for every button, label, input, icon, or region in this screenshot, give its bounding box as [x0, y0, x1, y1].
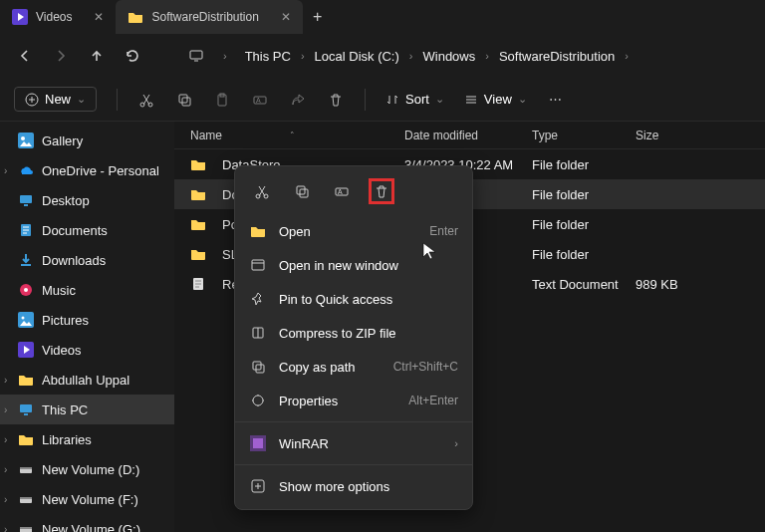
winrar-icon — [249, 434, 267, 452]
forward-button[interactable] — [52, 47, 70, 65]
sidebar-item-this-pc[interactable]: ›This PC — [0, 395, 174, 424]
context-open[interactable]: OpenEnter — [235, 214, 472, 248]
column-name[interactable]: Name˄ — [182, 129, 404, 142]
back-button[interactable] — [16, 47, 34, 65]
separator — [235, 421, 472, 422]
videos-icon — [18, 342, 34, 358]
crumb-thispc[interactable]: This PC — [245, 49, 291, 64]
svg-rect-34 — [300, 189, 308, 197]
crumb-softwaredistribution[interactable]: SoftwareDistribution — [499, 49, 615, 64]
new-label: New — [45, 92, 71, 107]
svg-rect-2 — [190, 51, 202, 59]
sidebar-item-label: Abdullah Uppal — [42, 373, 129, 388]
tab-softwaredistribution[interactable]: SoftwareDistribution ✕ — [116, 0, 302, 34]
svg-point-13 — [21, 136, 25, 140]
tab-videos[interactable]: Videos ✕ — [0, 0, 116, 34]
file-size: 989 KB — [636, 277, 757, 292]
context-properties[interactable]: PropertiesAlt+Enter — [235, 384, 472, 417]
folder-icon — [190, 216, 206, 232]
more-icon[interactable]: ⋯ — [547, 91, 565, 109]
close-icon[interactable]: ✕ — [281, 10, 291, 24]
documents-icon — [18, 222, 34, 238]
desktop-icon — [18, 192, 34, 208]
folder-icon — [190, 186, 206, 202]
rename-icon[interactable]: A — [251, 91, 269, 109]
sidebar-item-libraries[interactable]: ›Libraries — [0, 424, 174, 454]
sidebar-item-new-volume-f-[interactable]: ›New Volume (F:) — [0, 484, 174, 514]
sidebar-item-new-volume-g-[interactable]: ›New Volume (G:) — [0, 514, 174, 532]
context-menu: A OpenEnterOpen in new windowPin to Quic… — [234, 165, 473, 510]
chevron-right-icon: › — [4, 464, 7, 475]
sidebar-item-desktop[interactable]: Desktop — [0, 185, 174, 215]
svg-rect-33 — [297, 186, 305, 194]
context-label: Open in new window — [279, 258, 458, 273]
column-date[interactable]: Date modified — [404, 129, 532, 142]
crumb-windows[interactable]: Windows — [423, 49, 476, 64]
sidebar-item-label: Desktop — [42, 193, 90, 208]
paste-icon[interactable] — [213, 91, 231, 109]
chevron-right-icon: › — [4, 165, 7, 176]
context-pin-to-quick-access[interactable]: Pin to Quick access — [235, 282, 472, 316]
copypath-icon — [249, 358, 267, 376]
more-options-icon — [249, 477, 267, 495]
sidebar-item-gallery[interactable]: Gallery — [0, 126, 174, 155]
sidebar-item-onedrive-personal[interactable]: ›OneDrive - Personal — [0, 155, 174, 185]
context-copy-as-path[interactable]: Copy as pathCtrl+Shift+C — [235, 350, 472, 384]
chevron-right-icon: › — [409, 50, 413, 62]
separator — [365, 89, 366, 111]
context-label: Show more options — [279, 479, 458, 494]
thispc-icon[interactable] — [187, 47, 205, 65]
context-icon-row: A — [235, 172, 472, 214]
delete-icon[interactable] — [369, 178, 394, 204]
svg-rect-14 — [20, 195, 32, 203]
context-open-in-new-window[interactable]: Open in new window — [235, 248, 472, 282]
chevron-down-icon: ⌄ — [77, 93, 86, 106]
share-icon[interactable] — [289, 91, 307, 109]
context-winrar[interactable]: WinRAR › — [235, 426, 472, 460]
sidebar-item-new-volume-d-[interactable]: ›New Volume (D:) — [0, 454, 174, 484]
sidebar-item-label: New Volume (F:) — [42, 492, 138, 507]
svg-rect-39 — [253, 362, 261, 370]
sidebar-item-documents[interactable]: Documents — [0, 215, 174, 245]
svg-rect-7 — [182, 98, 190, 106]
drive-icon — [18, 461, 34, 477]
view-menu[interactable]: View ⌄ — [464, 92, 527, 107]
svg-text:A: A — [338, 188, 343, 195]
copy-icon[interactable] — [289, 178, 315, 204]
gallery-icon — [18, 133, 34, 148]
sidebar-item-label: New Volume (D:) — [42, 462, 139, 477]
cut-icon[interactable] — [249, 178, 275, 204]
sidebar-item-music[interactable]: Music — [0, 275, 174, 305]
file-type: File folder — [532, 217, 636, 232]
new-tab-button[interactable]: + — [303, 8, 332, 26]
svg-point-20 — [22, 317, 25, 320]
column-size[interactable]: Size — [636, 129, 757, 142]
file-type: File folder — [532, 247, 636, 262]
sidebar-item-pictures[interactable]: Pictures — [0, 305, 174, 335]
close-icon[interactable]: ✕ — [94, 10, 104, 24]
context-label: Open — [279, 224, 417, 239]
sort-menu[interactable]: Sort ⌄ — [385, 92, 444, 107]
context-shortcut: Ctrl+Shift+C — [393, 360, 458, 374]
new-button[interactable]: New ⌄ — [14, 87, 97, 112]
sidebar-item-abdullah-uppal[interactable]: ›Abdullah Uppal — [0, 365, 174, 395]
downloads-icon — [18, 252, 34, 268]
sidebar-item-downloads[interactable]: Downloads — [0, 245, 174, 275]
chevron-right-icon: › — [4, 494, 7, 505]
up-button[interactable] — [88, 47, 106, 65]
svg-rect-27 — [20, 497, 32, 499]
crumb-localdisk[interactable]: Local Disk (C:) — [315, 49, 399, 64]
cut-icon[interactable] — [137, 91, 155, 109]
sidebar-item-videos[interactable]: Videos — [0, 335, 174, 365]
zip-icon — [249, 324, 267, 342]
rename-icon[interactable]: A — [329, 178, 355, 204]
column-type[interactable]: Type — [532, 129, 636, 142]
context-compress-to-zip-file[interactable]: Compress to ZIP file — [235, 316, 472, 350]
window-icon — [249, 256, 267, 274]
refresh-button[interactable] — [124, 47, 141, 65]
copy-icon[interactable] — [175, 91, 193, 109]
file-pane: Name˄ Date modified Type Size DataStore3… — [174, 122, 765, 532]
delete-icon[interactable] — [327, 91, 345, 109]
navbar: › This PC › Local Disk (C:) › Windows › … — [0, 34, 765, 78]
context-more-options[interactable]: Show more options — [235, 469, 472, 503]
